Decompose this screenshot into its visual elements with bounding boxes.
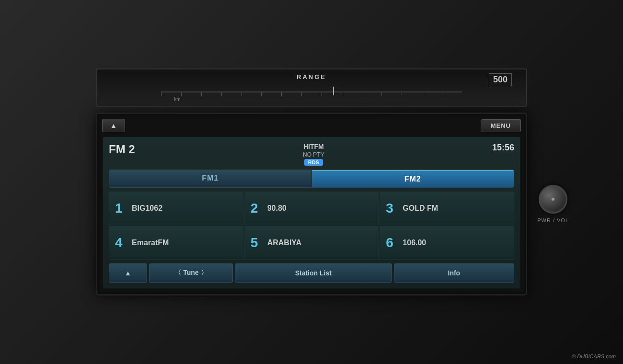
preset-4-station: EmaratFM (132, 239, 169, 247)
time-display: 15:56 (492, 143, 514, 153)
gauge-unit: km (174, 97, 180, 102)
tune-left-icon: 〈 (174, 269, 181, 276)
eject-button[interactable]: ▲ (102, 119, 125, 132)
gauge-ticks (161, 92, 461, 96)
vol-knob[interactable] (539, 185, 567, 214)
tab-fm2[interactable]: FM2 (312, 170, 514, 187)
preset-2-station: 90.80 (267, 204, 287, 213)
preset-5-number: 5 (251, 235, 263, 250)
tab-fm1[interactable]: FM1 (109, 170, 312, 187)
preset-grid: 1 BIG1062 2 90.80 3 GOLD FM 4 EmaratFM 5 (109, 192, 514, 260)
menu-button[interactable]: MENU (481, 119, 521, 132)
car-unit: RANGE km 500 ▲ MENU FM 2 HITFM NO PT (0, 0, 623, 364)
pwr-vol-section: PWR / VOL (537, 185, 569, 223)
dashboard-strip: RANGE km 500 (96, 68, 527, 107)
bottom-controls: ▲ 〈 Tune 〉 Station List Info (109, 263, 514, 283)
preset-6-station: 106.00 (403, 239, 426, 247)
tune-button[interactable]: 〈 Tune 〉 (149, 263, 233, 283)
station-pty: NO PTY (303, 151, 324, 158)
gauge-value: 500 (489, 73, 512, 86)
preset-2-number: 2 (251, 201, 263, 216)
fm-mode-label: FM 2 (109, 143, 135, 156)
pwr-vol-label: PWR / VOL (537, 217, 569, 223)
range-label: RANGE (297, 73, 326, 80)
head-unit: ▲ MENU FM 2 HITFM NO PTY RDS 15:56 FM1 F… (96, 113, 527, 296)
tune-label: Tune (183, 269, 198, 276)
station-list-button[interactable]: Station List (235, 263, 392, 283)
fm-tabs: FM1 FM2 (109, 170, 514, 188)
watermark: © DUBICARS.com (572, 353, 616, 359)
preset-6[interactable]: 6 106.00 (380, 226, 514, 260)
preset-1-station: BIG1062 (132, 204, 162, 213)
preset-2[interactable]: 2 90.80 (244, 192, 379, 225)
preset-5[interactable]: 5 ARABIYA (244, 226, 379, 260)
up-button[interactable]: ▲ (109, 263, 147, 283)
station-info: HITFM NO PTY RDS (303, 143, 324, 166)
preset-4[interactable]: 4 EmaratFM (109, 226, 243, 260)
preset-1[interactable]: 1 BIG1062 (109, 192, 243, 225)
info-button[interactable]: Info (394, 263, 514, 283)
preset-3[interactable]: 3 GOLD FM (380, 192, 514, 225)
gauge-needle (333, 87, 334, 95)
rds-badge: RDS (304, 159, 323, 166)
screen-header: FM 2 HITFM NO PTY RDS 15:56 (109, 143, 514, 166)
preset-3-station: GOLD FM (403, 204, 438, 213)
screen: FM 2 HITFM NO PTY RDS 15:56 FM1 FM2 1 BI… (102, 136, 521, 289)
top-controls: ▲ MENU (102, 119, 521, 132)
preset-6-number: 6 (386, 235, 398, 250)
preset-4-number: 4 (115, 235, 127, 250)
station-name: HITFM (303, 143, 324, 150)
preset-1-number: 1 (115, 201, 127, 216)
preset-3-number: 3 (386, 201, 398, 216)
tune-right-icon: 〉 (201, 269, 208, 276)
preset-5-station: ARABIYA (267, 239, 301, 247)
